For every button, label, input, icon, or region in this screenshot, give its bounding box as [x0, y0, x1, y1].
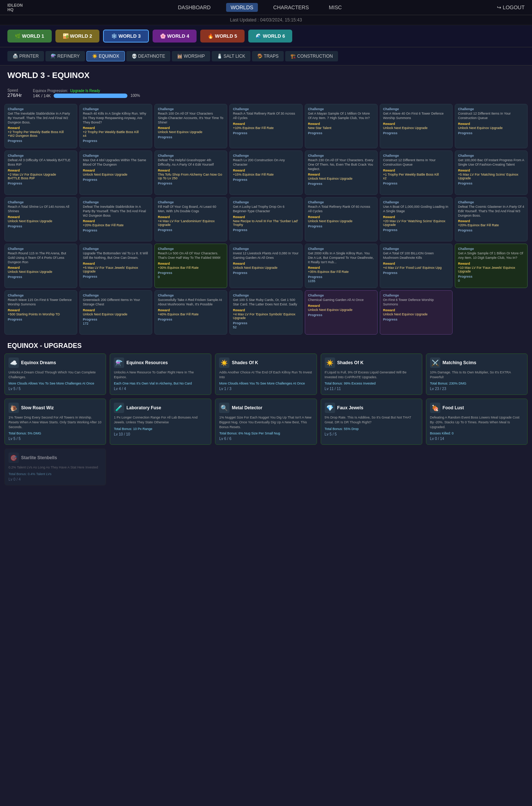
- reward-text: +2 Trophy Per Weekly Battle Boss Kill+W2…: [8, 130, 74, 138]
- reward-label: Reward: [158, 308, 224, 312]
- challenge-label: Challenge: [233, 154, 299, 158]
- section-worship[interactable]: 🕍 WORSHIP: [172, 51, 210, 61]
- world-tab-6[interactable]: 🌊 WORLD 6: [248, 30, 293, 43]
- upgrades-header: EQUINOX - UPGRADES: [0, 337, 532, 353]
- upgrade-bonus: Each One Has It's Own Vial In Alchemy, B…: [114, 382, 207, 385]
- upgrade-card-0: ☁️ Equinox Dreams Unlocks A Dream Cloud …: [4, 353, 106, 395]
- challenge-card-13: Challenge Get 100,000 Bac Of Instant Pro…: [455, 150, 528, 195]
- progression-block: Equinox Progression: Upgrade Is Ready 14…: [33, 89, 140, 98]
- world-tab-2[interactable]: 🏜️ WORLD 2: [55, 30, 100, 43]
- reward-label: Reward: [383, 122, 449, 126]
- challenge-card-24: Challenge Invest 12 Livestock Plants And…: [229, 244, 302, 288]
- progress-value: 172: [83, 322, 149, 325]
- upgrade-header: 🧪 Laboratory Fuse: [114, 403, 207, 413]
- challenge-label: Challenge: [308, 200, 374, 204]
- section-deathnote[interactable]: 💀 DEATHNOTE: [126, 51, 170, 61]
- challenge-card-2: Challenge Reach 100 On All Of Your Chara…: [154, 104, 227, 148]
- challenge-card-12: Challenge Construct 12 Different Items I…: [380, 150, 453, 195]
- upgrade-name: Matching Scims: [443, 360, 476, 365]
- progress-label: Progress: [233, 271, 299, 275]
- upgrade-name: Laboratory Fuse: [126, 405, 161, 410]
- challenge-text: Chemical Gaming Garden All At Once: [308, 298, 374, 302]
- challenge-card-3: Challenge Reach A Total Refinery Rank Of…: [229, 104, 302, 148]
- upgrade-desc: If Liquid Is Full, 9% Of Excess Liquid G…: [325, 370, 418, 379]
- reward-label: Reward: [308, 304, 374, 308]
- upgrade-card-9: 🍖 Food Lust Defeating A Random Event Bos…: [426, 399, 528, 445]
- reward-label: Reward: [458, 169, 524, 172]
- progress-label: Progress: [383, 182, 449, 185]
- world-tab-1[interactable]: 🌿 WORLD 1: [7, 30, 52, 43]
- logout-button[interactable]: ↪ LOGOUT: [497, 4, 525, 10]
- reward-label: Reward: [233, 262, 299, 265]
- reward-label: Reward: [308, 122, 374, 126]
- reward-text: +10% Equinox Bar Fill Rate: [233, 126, 299, 130]
- challenge-label: Challenge: [383, 294, 449, 297]
- reward-text: +20 Max LV For 'Watching Scims' Equinox …: [383, 219, 449, 227]
- reward-label: Reward: [308, 266, 374, 270]
- upgrade-header: 🐌 Slow Roast Wiz: [8, 403, 102, 413]
- nav-dashboard[interactable]: DASHBOARD: [173, 3, 215, 12]
- challenge-card-26: Challenge Get A Total Of 100 BILLION Gre…: [380, 244, 453, 288]
- progress-value: 1155: [308, 279, 374, 283]
- upgrade-icon: ☀️: [325, 358, 335, 368]
- challenge-text: Defeat The Inevitable Stabbridickie In A…: [83, 205, 149, 218]
- reward-text: +20% Equinox Bar Fill Rate: [83, 223, 149, 227]
- nav-characters[interactable]: CHARACTERS: [269, 3, 313, 12]
- world-tab-5[interactable]: 🔥 WORLD 5: [200, 30, 245, 43]
- challenge-label: Challenge: [158, 154, 224, 158]
- challenge-card-19: Challenge Use A Boat Of 1,000,000 Goslin…: [380, 197, 453, 241]
- upgrade-bonus: Total Bonus: 10 Px Range: [114, 427, 207, 431]
- upgrade-bonus: Total Bonus: 55% Drop: [325, 427, 418, 431]
- reward-text: +5 Max LV For 'Faux Jewels' Equinox Upgr…: [83, 266, 149, 273]
- challenge-label: Challenge: [458, 154, 524, 158]
- challenge-card-11: Challenge Reach 230 On All Of Your Chara…: [305, 150, 378, 195]
- progress-label: Progress: [308, 182, 374, 186]
- speed-block: Speed 276/Hr: [7, 88, 22, 98]
- section-traps[interactable]: 🪤 TRAPS: [252, 51, 284, 61]
- section-equinox[interactable]: ☀️ EQUINOX: [86, 51, 125, 61]
- upgrade-level: Lv 1 / 3: [219, 387, 313, 391]
- progress-label: Progress: [8, 182, 74, 185]
- challenge-card-25: Challenge Get 2000 Kills In A Single Kil…: [305, 244, 378, 288]
- nav-misc[interactable]: MISC: [324, 3, 346, 12]
- challenge-label: Challenge: [158, 294, 224, 297]
- world-tab-3[interactable]: ❄️ WORLD 3: [103, 30, 149, 43]
- challenge-text: Get The Inevitable Stabbridickie In A Pa…: [8, 112, 74, 125]
- logo-line1: IDLEON: [7, 3, 23, 7]
- reward-text: New Star Talent: [308, 126, 374, 130]
- progress-label: Progress: [308, 224, 374, 228]
- reward-text: +15% Equinox Bar Fill Rate: [233, 173, 299, 176]
- reward-text: Unlock Next Equinox Upgrade: [8, 270, 74, 274]
- reward-text: +2 Trophy Per Weekly Battle Boss Killx4: [83, 130, 149, 138]
- nav-worlds[interactable]: WORLDS: [226, 3, 258, 12]
- upgrade-desc: 1% Nugget Size For Each Nugget You Dig U…: [219, 415, 313, 429]
- progress-bar-bg: [54, 94, 127, 98]
- upgrade-icon: 🍖: [430, 403, 440, 413]
- challenge-card-20: Challenge Defeat The Cosmic Glastener In…: [455, 197, 528, 241]
- upgrade-level: Lv 23 / 23: [430, 387, 524, 391]
- section-salt-lick[interactable]: 🧂 SALT LICK: [212, 51, 250, 61]
- section-printer[interactable]: 🖨️ PRINTER: [7, 51, 44, 61]
- progress-label: Progress: [158, 135, 224, 139]
- upgrade-icon: ☀️: [219, 358, 229, 368]
- challenge-text: Defeat All 3 Difficulty Of A Weekly BATT…: [8, 158, 74, 167]
- progress-label: Progress: [308, 275, 374, 279]
- progress-value: 52: [233, 325, 299, 329]
- section-construction[interactable]: 🏗️ CONSTRUCTION: [285, 51, 338, 61]
- upgrade-icon: ⚔️: [430, 358, 440, 368]
- upgrade-bonus: Total Bonus: 230% DMG: [430, 382, 524, 385]
- progress-label: Progress: [8, 224, 74, 228]
- upgrade-name: Food Lust: [443, 405, 464, 410]
- world-tab-4[interactable]: 🌸 WORLD 4: [153, 30, 197, 43]
- reward-label: Reward: [233, 215, 299, 219]
- challenge-text: Get A Mayan Sample Of 1 Million Or More …: [308, 112, 374, 120]
- reward-text: +4 Max LV For 'Food Lust' Equinox Upg: [383, 266, 449, 270]
- challenge-text: Defeat The Cosmic Glastener In A Party O…: [458, 205, 524, 218]
- reward-label: Reward: [458, 262, 524, 265]
- challenge-text: Fill Half Of Your Cog Board, At Least 60…: [158, 205, 224, 213]
- reward-label: Reward: [383, 308, 449, 312]
- section-refinery[interactable]: ⚗️ REFINERY: [45, 51, 85, 61]
- reward-label: Reward: [458, 219, 524, 223]
- reward-text: Unlock Next Equinox Upgrade: [383, 312, 449, 316]
- upgrade-icon: 🎯: [8, 453, 19, 463]
